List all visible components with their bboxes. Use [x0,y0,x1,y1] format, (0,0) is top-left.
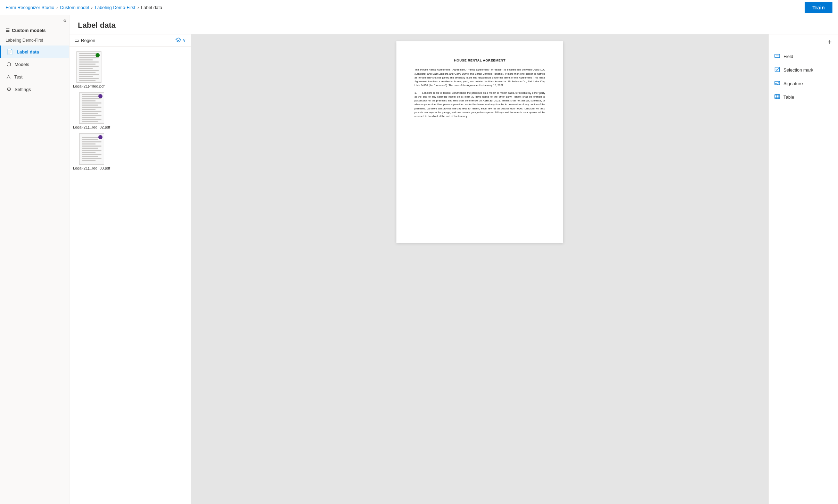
label-type-selection-mark-label: Selection mark [783,67,813,73]
models-icon: ⬡ [7,61,11,67]
doc-paragraph-2: 1. Landlord rents to Tenant, unfurnished… [414,91,545,118]
doc-title: HOUSE RENTAL AGREEMENT [414,58,545,63]
breadcrumb-sep-1: › [56,5,58,10]
file-name: Legal(21)-filled.pdf [73,84,105,88]
sidebar-collapse: « [0,15,69,26]
svg-rect-2 [775,67,780,72]
region-toolbar: ▭ Region ∨ [69,34,191,47]
label-type-table-label: Table [783,94,794,100]
file-status-dot [96,53,100,57]
sidebar-nav: 📄 Label data ⬡ Models △ Test ⚙ Settings [0,46,69,96]
document-page: HOUSE RENTAL AGREEMENT This House Rental… [396,41,563,243]
layer-icon[interactable]: ∨ [175,37,186,43]
breadcrumb: Form Recognizer Studio › Custom model › … [6,5,162,10]
selection-mark-icon [774,67,780,73]
content-area: ▭ Region ∨ [69,34,838,504]
file-thumbnail [76,51,101,83]
sidebar: « ☰ Custom models Labeling Demo-First 📄 … [0,15,69,504]
test-icon: △ [7,74,11,80]
label-panel: + Field [769,34,838,504]
breadcrumb-form-recognizer[interactable]: Form Recognizer Studio [6,5,54,10]
sidebar-item-test-label: Test [14,74,23,80]
table-icon [774,94,780,100]
file-status-dot [98,94,102,98]
label-type-signature[interactable]: Signature [769,77,838,90]
page-title: Label data [78,21,830,30]
settings-icon: ⚙ [7,86,11,92]
label-type-signature-label: Signature [783,81,803,86]
signature-icon [774,80,780,87]
labeling-project-label: Labeling Demo-First [0,36,69,46]
file-item[interactable]: Legal(21)-filled.pdf [69,49,191,90]
sidebar-item-label-data[interactable]: 📄 Label data [0,46,69,58]
file-item[interactable]: Legal(21)...led_02.pdf [69,90,191,131]
file-item[interactable]: Legal(21)...led_03.pdf [69,131,191,172]
file-thumbnail [79,133,104,165]
file-list: Legal(21)-filled.pdf [69,47,191,504]
sidebar-project-label: ☰ Custom models [0,26,69,36]
label-type-table[interactable]: Table [769,90,838,104]
breadcrumb-custom-model[interactable]: Custom model [60,5,89,10]
document-viewer: HOUSE RENTAL AGREEMENT This House Rental… [191,34,769,504]
sidebar-item-models[interactable]: ⬡ Models [0,58,69,71]
sidebar-item-test[interactable]: △ Test [0,71,69,83]
breadcrumb-sep-2: › [91,5,92,10]
breadcrumb-current: Label data [141,5,162,10]
hamburger-icon: ☰ [6,28,10,33]
layout: « ☰ Custom models Labeling Demo-First 📄 … [0,15,838,504]
breadcrumb-sep-3: › [138,5,139,10]
sidebar-item-settings-label: Settings [15,87,31,92]
field-icon [774,53,780,60]
file-status-dot [98,135,102,139]
label-type-field[interactable]: Field [769,50,838,63]
label-panel-header: + [769,34,838,50]
label-type-field-label: Field [783,54,793,59]
sidebar-item-label-data-label: Label data [17,49,39,55]
region-draw-icon: ▭ [74,38,79,43]
topbar: Form Recognizer Studio › Custom model › … [0,0,838,15]
label-type-selection-mark[interactable]: Selection mark [769,63,838,77]
file-name: Legal(21)...led_03.pdf [73,166,110,170]
sidebar-item-models-label: Models [15,62,29,67]
label-data-icon: 📄 [7,49,13,55]
doc-paragraph-1: This House Rental Agreement ("Agreement,… [414,68,545,87]
train-button[interactable]: Train [805,2,832,13]
file-thumbnail [79,92,104,124]
sidebar-item-settings[interactable]: ⚙ Settings [0,83,69,96]
collapse-sidebar-button[interactable]: « [63,17,66,24]
svg-rect-4 [775,94,780,99]
layer-chevron-icon: ∨ [183,38,186,43]
highlight-text: April 25, [483,99,493,102]
sidebar-project-name: Custom models [12,28,46,33]
file-panel: ▭ Region ∨ [69,34,191,504]
breadcrumb-labeling-demo[interactable]: Labeling Demo-First [95,5,135,10]
region-label: Region [81,38,95,43]
main-content: Label data ▭ Region ∨ [69,15,838,504]
file-name: Legal(21)...led_02.pdf [73,125,110,129]
add-label-button[interactable]: + [825,37,835,47]
main-header: Label data [69,15,838,34]
